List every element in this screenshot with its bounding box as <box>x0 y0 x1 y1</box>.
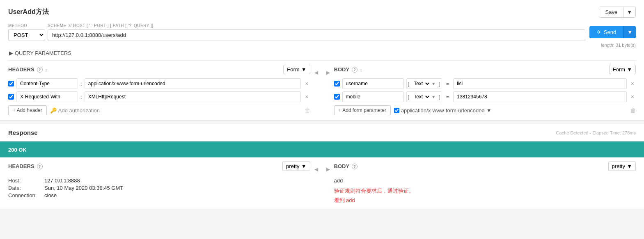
resp-left-arrow[interactable]: ◀ <box>310 162 322 209</box>
left-arrow-button[interactable]: ◀ <box>313 70 320 75</box>
body-value-1[interactable] <box>453 78 627 89</box>
status-bar: 200 OK <box>0 141 644 157</box>
response-body-value: add <box>334 178 636 184</box>
body-value-2[interactable] <box>453 91 627 102</box>
send-dropdown-button[interactable]: ▼ <box>623 26 636 38</box>
response-body-info-icon[interactable]: ? <box>352 164 358 169</box>
headers-sort-icon[interactable]: ↕ <box>45 67 48 72</box>
headers-form-dropdown[interactable]: Form ▼ <box>283 65 310 74</box>
resp-date-val: Sun, 10 May 2020 03:38:45 GMT <box>44 185 123 191</box>
save-dropdown-button[interactable]: ▼ <box>623 7 635 17</box>
resp-host-val: 127.0.0.1:8888 <box>44 178 80 184</box>
body-type-wrapper-1: [ Text File ▼ ] <box>406 78 442 89</box>
url-label: SCHEME :// HOST [ ':' PORT ] [ PATH [ '?… <box>48 23 585 28</box>
header-checkbox-2[interactable] <box>8 94 14 100</box>
content-type-dropdown-icon[interactable]: ▼ <box>486 107 492 114</box>
resp-left-arrow-button[interactable]: ◀ <box>313 166 320 172</box>
annotation-line-1: 验证规则符合要求后，通过验证。 <box>334 186 636 196</box>
chevron-down-icon: ▼ <box>627 9 632 15</box>
body-title: BODY <box>334 66 350 73</box>
chevron-down-icon: ▼ <box>301 66 307 73</box>
body-type-wrapper-2: [ Text File ▼ ] <box>406 91 442 102</box>
add-param-button[interactable]: + Add form parameter <box>334 105 391 115</box>
body-row: [ Text File ▼ ] = × <box>334 91 636 102</box>
response-body-content: add 验证规则符合要求后，通过验证。 看到 add <box>334 174 636 209</box>
headers-actions: + Add header 🔑 Add authorization 🗑 <box>8 105 310 115</box>
response-annotation: 验证规则符合要求后，通过验证。 看到 add <box>334 186 636 205</box>
header-value-2[interactable] <box>85 91 301 102</box>
resp-right-arrow-button[interactable]: ▶ <box>325 166 332 172</box>
response-header-row: Host: 127.0.0.1:8888 <box>8 178 310 184</box>
body-trash-icon[interactable]: 🗑 <box>630 107 636 114</box>
cache-info: Cache Detected - Elapsed Time: 278ms <box>556 130 636 135</box>
url-input[interactable] <box>48 29 585 41</box>
body-actions: + Add form parameter application/x-www-f… <box>334 105 636 115</box>
body-type-select-1[interactable]: Text File <box>411 79 431 89</box>
annotation-line-2: 看到 add <box>334 196 636 205</box>
response-title: Response <box>8 129 38 136</box>
chevron-down-icon: ▼ <box>301 163 307 169</box>
method-label: METHOD <box>8 23 45 28</box>
content-type-checkbox[interactable] <box>394 108 399 113</box>
resp-conn-val: close <box>44 192 57 198</box>
body-info-icon[interactable]: ? <box>352 67 358 73</box>
body-panel: BODY ? ↕ Form ▼ [ Text File <box>334 65 636 115</box>
body-form-dropdown[interactable]: Form ▼ <box>609 65 636 74</box>
body-sort-icon[interactable]: ↕ <box>360 67 362 72</box>
body-key-1[interactable] <box>342 78 404 89</box>
save-button[interactable]: Save <box>599 7 623 17</box>
response-headers-info-icon[interactable]: ? <box>37 164 43 169</box>
headers-title: HEADERS <box>8 66 34 73</box>
body-row: [ Text File ▼ ] = × <box>334 78 636 89</box>
right-arrow-button[interactable]: ▶ <box>325 70 332 75</box>
content-type-label: application/x-www-form-urlencoded ▼ <box>394 107 492 114</box>
right-arrow[interactable]: ▶ <box>322 65 334 115</box>
body-remove-2[interactable]: × <box>629 93 636 101</box>
header-key-1[interactable] <box>16 78 78 89</box>
resp-host-key: Host: <box>8 178 41 184</box>
chevron-down-icon: ▼ <box>627 66 632 73</box>
response-headers-content: Host: 127.0.0.1:8888 Date: Sun, 10 May 2… <box>8 174 310 203</box>
body-checkbox-1[interactable] <box>334 81 340 86</box>
length-info: length: 31 byte(s) <box>8 43 636 48</box>
response-body-title: BODY <box>334 163 350 169</box>
header-remove-2[interactable]: × <box>303 93 310 101</box>
body-key-2[interactable] <box>342 91 404 102</box>
response-body-pretty-dropdown[interactable]: pretty ▼ <box>608 162 636 171</box>
header-checkbox-1[interactable] <box>8 81 14 86</box>
query-params-toggle[interactable]: ▶ QUERY PARAMETERS <box>9 50 71 56</box>
body-type-select-2[interactable]: Text File <box>411 92 431 102</box>
method-select[interactable]: POST GET PUT DELETE <box>8 29 45 41</box>
send-button[interactable]: ✈ Send <box>589 26 623 38</box>
response-headers-title: HEADERS <box>8 163 34 169</box>
chevron-right-icon: ▶ <box>9 50 13 56</box>
body-remove-1[interactable]: × <box>629 80 636 88</box>
key-icon: 🔑 <box>50 107 57 114</box>
resp-date-key: Date: <box>8 185 41 191</box>
headers-trash-icon[interactable]: 🗑 <box>305 107 310 114</box>
chevron-down-icon: ▼ <box>627 163 632 169</box>
response-body-panel: BODY ? pretty ▼ add 验证规则符合要求后，通过验证。 看到 a… <box>334 162 636 209</box>
header-remove-1[interactable]: × <box>303 80 310 88</box>
save-button-group: Save ▼ <box>599 7 636 18</box>
resp-conn-key: Connection: <box>8 192 41 198</box>
add-auth-button[interactable]: 🔑 Add authorization <box>50 107 100 114</box>
send-icon: ✈ <box>597 29 601 35</box>
header-key-2[interactable] <box>16 91 78 102</box>
body-checkbox-2[interactable] <box>334 94 340 100</box>
response-headers-pretty-dropdown[interactable]: pretty ▼ <box>282 162 310 171</box>
resp-right-arrow[interactable]: ▶ <box>322 162 334 209</box>
chevron-down-icon: ▼ <box>431 82 435 86</box>
header-row: : × <box>8 78 310 89</box>
response-header-row: Connection: close <box>8 192 310 198</box>
headers-panel: HEADERS ? ↕ Form ▼ : × <box>8 65 310 115</box>
left-arrow[interactable]: ◀ <box>310 65 322 115</box>
header-value-1[interactable] <box>85 78 301 89</box>
add-header-button[interactable]: + Add header <box>8 105 47 115</box>
response-headers-panel: HEADERS ? pretty ▼ Host: 127.0.0.1:8888 … <box>8 162 310 209</box>
chevron-down-icon: ▼ <box>431 95 435 99</box>
response-header-row: Date: Sun, 10 May 2020 03:38:45 GMT <box>8 185 310 191</box>
page-title: UserAdd方法 <box>8 8 49 16</box>
chevron-down-icon: ▼ <box>627 29 633 35</box>
headers-info-icon[interactable]: ? <box>37 67 43 73</box>
